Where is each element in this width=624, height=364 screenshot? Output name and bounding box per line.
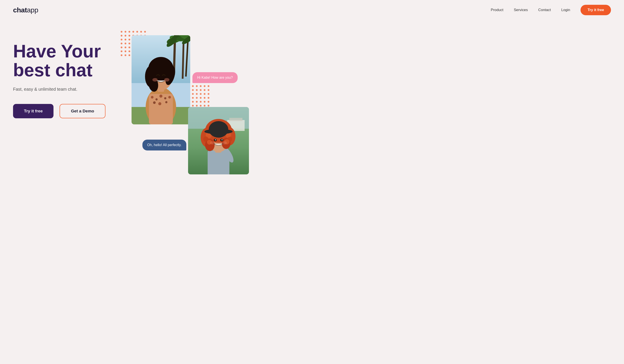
dot <box>200 101 202 103</box>
chat-bubble-greeting: Hi Katie! How are you? <box>192 72 238 83</box>
dot <box>204 105 206 106</box>
hero-subtitle: Fast, easy & unlimited team chat. <box>13 87 105 92</box>
dot <box>129 47 130 48</box>
svg-rect-33 <box>229 118 242 121</box>
dot <box>144 31 146 33</box>
dot <box>196 85 198 87</box>
dot <box>192 97 194 99</box>
svg-point-57 <box>210 141 215 144</box>
cta-buttons: Try it free Get a Demo <box>13 104 105 118</box>
logo-bold: chat <box>13 6 27 14</box>
navbar: chatapp Product Services Contact Login T… <box>0 0 624 20</box>
dot <box>125 47 126 48</box>
dot <box>129 31 130 33</box>
hero-section: Have Your best chat Fast, easy & unlimit… <box>0 20 624 364</box>
dot <box>129 35 130 37</box>
svg-point-58 <box>222 141 227 144</box>
photo-card-woman2 <box>188 107 249 174</box>
dot <box>196 97 198 99</box>
dot <box>129 54 130 56</box>
hero-title-line1: Have Your <box>13 41 101 61</box>
dot <box>125 39 126 40</box>
dot <box>192 89 194 91</box>
nav-contact[interactable]: Contact <box>538 8 551 12</box>
svg-point-56 <box>221 139 223 140</box>
hero-title-line2: best chat <box>13 60 92 80</box>
dot <box>192 93 194 95</box>
dot <box>121 54 122 56</box>
dot <box>200 93 202 95</box>
dot <box>129 43 130 44</box>
svg-point-18 <box>168 96 171 99</box>
dot <box>200 85 202 87</box>
svg-point-29 <box>164 78 169 81</box>
dot <box>196 105 198 106</box>
dot <box>204 93 206 95</box>
photo-card-woman1 <box>131 35 190 124</box>
nav-links: Product Services Contact Login Try it fr… <box>491 5 611 15</box>
dots-decoration-middle <box>188 85 209 106</box>
dot <box>132 31 134 33</box>
dot <box>208 85 209 87</box>
dot <box>204 85 206 87</box>
dot <box>204 97 206 99</box>
dot <box>125 31 126 33</box>
dot <box>196 101 198 103</box>
dot <box>121 31 122 33</box>
svg-point-20 <box>158 102 161 105</box>
dot <box>192 101 194 103</box>
logo-thin: app <box>27 6 38 14</box>
chat-bubble-reply: Oh, hello! All perfectly. <box>142 140 186 151</box>
svg-point-19 <box>153 101 156 104</box>
logo[interactable]: chatapp <box>13 6 38 14</box>
dot <box>208 93 209 95</box>
svg-point-28 <box>153 78 158 81</box>
dot <box>140 31 142 33</box>
dot <box>196 89 198 91</box>
dot <box>200 97 202 99</box>
dot <box>196 93 198 95</box>
svg-rect-13 <box>149 94 173 124</box>
dot <box>136 31 138 33</box>
hero-right: Hi Katie! How are you? Oh, hello! All pe… <box>114 29 611 177</box>
dot <box>204 89 206 91</box>
dot <box>208 101 209 103</box>
nav-product[interactable]: Product <box>491 8 503 12</box>
dot <box>208 97 209 99</box>
svg-point-55 <box>215 139 216 140</box>
dot <box>200 89 202 91</box>
dot <box>121 43 122 44</box>
get-demo-button[interactable]: Get a Demo <box>60 104 105 118</box>
try-free-button[interactable]: Try it free <box>13 104 53 118</box>
svg-point-17 <box>164 97 166 99</box>
dot <box>121 39 122 40</box>
dot <box>200 105 202 106</box>
svg-point-14 <box>151 96 154 99</box>
dot <box>125 54 126 56</box>
dot <box>121 35 122 37</box>
hero-title: Have Your best chat <box>13 42 105 80</box>
hero-left: Have Your best chat Fast, easy & unlimit… <box>13 29 105 118</box>
dot <box>121 51 122 52</box>
dot <box>208 89 209 91</box>
dot <box>125 51 126 52</box>
dot <box>125 43 126 44</box>
dot <box>121 47 122 48</box>
svg-point-16 <box>159 95 162 98</box>
svg-point-15 <box>156 98 158 101</box>
dot <box>192 85 194 87</box>
svg-point-21 <box>165 101 167 103</box>
dot <box>125 35 126 37</box>
dot <box>129 39 130 40</box>
dot <box>208 105 209 106</box>
nav-services[interactable]: Services <box>514 8 528 12</box>
dot <box>129 51 130 52</box>
dot <box>192 105 194 106</box>
svg-point-52 <box>209 121 228 138</box>
dot <box>204 101 206 103</box>
nav-login[interactable]: Login <box>561 8 570 12</box>
nav-try-button[interactable]: Try it free <box>580 5 611 15</box>
